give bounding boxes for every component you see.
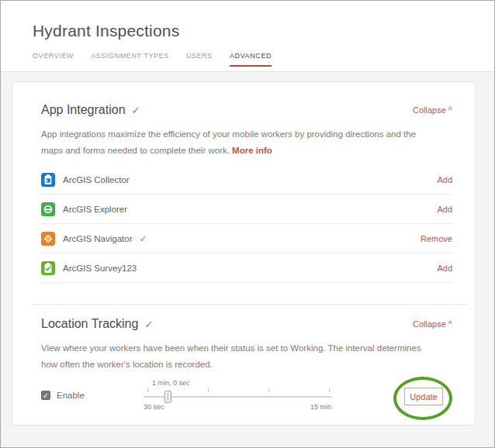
slider-max-label: 15 min bbox=[310, 403, 331, 411]
location-tracking-header: Location Tracking✓ Collapse ^ bbox=[41, 317, 452, 331]
collector-add-link[interactable]: Add bbox=[437, 175, 452, 184]
app-name: ArcGIS Collector bbox=[63, 175, 130, 184]
app-name: ArcGIS Survey123 bbox=[63, 264, 137, 273]
app-name: ArcGIS Navigator bbox=[63, 234, 132, 243]
app-integration-description: App integrations maximize the efficiency… bbox=[41, 126, 429, 159]
page-title: Hydrant Inspections bbox=[33, 22, 179, 40]
collector-app-icon bbox=[41, 173, 55, 187]
location-tracking-section: Location Tracking✓ Collapse ^ View where… bbox=[41, 317, 452, 425]
location-tracking-collapse-link[interactable]: Collapse ^ bbox=[413, 319, 452, 329]
tab-bar: OVERVIEW ASSIGNMENT TYPES USERS ADVANCED bbox=[33, 52, 272, 67]
slider-tick bbox=[268, 388, 269, 392]
app-row-collector: ArcGIS Collector Add bbox=[41, 165, 452, 195]
app-name: ArcGIS Explorer bbox=[63, 205, 127, 214]
slider-track[interactable] bbox=[144, 396, 331, 398]
app-row-explorer: ArcGIS Explorer Add bbox=[41, 195, 452, 224]
app-list: ArcGIS Collector Add ArcGIS Explorer Add bbox=[41, 165, 452, 283]
survey123-add-link[interactable]: Add bbox=[437, 264, 452, 273]
slider-value-label: 1 min, 0 sec bbox=[152, 379, 190, 387]
more-info-link[interactable]: More info bbox=[232, 146, 272, 155]
check-icon: ✓ bbox=[139, 233, 147, 244]
slider-min-label: 30 sec bbox=[144, 403, 164, 411]
slider-handle[interactable] bbox=[164, 391, 171, 403]
explorer-app-icon bbox=[41, 202, 55, 216]
advanced-settings-card: App Integration✓ Collapse ^ App integrat… bbox=[12, 81, 476, 426]
update-button[interactable]: Update bbox=[404, 388, 443, 405]
slider-tick bbox=[208, 388, 209, 392]
check-icon: ✓ bbox=[132, 105, 140, 116]
workforce-project-page: Hydrant Inspections OVERVIEW ASSIGNMENT … bbox=[0, 0, 495, 448]
explorer-add-link[interactable]: Add bbox=[437, 205, 452, 214]
tab-overview[interactable]: OVERVIEW bbox=[33, 52, 74, 67]
location-tracking-title: Location Tracking✓ bbox=[41, 317, 153, 331]
tab-users[interactable]: USERS bbox=[186, 52, 213, 67]
app-integration-collapse-link[interactable]: Collapse ^ bbox=[413, 105, 452, 115]
app-integration-title: App Integration✓ bbox=[41, 103, 140, 117]
app-row-navigator: ArcGIS Navigator ✓ Remove bbox=[41, 224, 452, 253]
tab-advanced[interactable]: ADVANCED bbox=[230, 52, 272, 67]
navigator-remove-link[interactable]: Remove bbox=[421, 234, 452, 243]
app-integration-header: App Integration✓ Collapse ^ bbox=[41, 103, 452, 117]
section-divider bbox=[32, 304, 467, 305]
slider-tick bbox=[329, 388, 330, 392]
location-tracking-description: View where your workers have been when t… bbox=[41, 340, 429, 373]
check-icon: ✓ bbox=[144, 319, 153, 330]
survey123-app-icon bbox=[41, 261, 55, 275]
enable-group: ✓ Enable bbox=[41, 391, 85, 400]
enable-label: Enable bbox=[57, 391, 85, 400]
interval-slider: 1 min, 0 sec 30 sec 15 min bbox=[144, 379, 331, 415]
navigator-app-icon bbox=[41, 232, 55, 246]
slider-tick bbox=[147, 388, 148, 392]
page-header: Hydrant Inspections OVERVIEW ASSIGNMENT … bbox=[1, 1, 494, 72]
location-tracking-controls: ✓ Enable 1 min, 0 sec 30 sec 15 min Upda… bbox=[41, 377, 452, 425]
update-button-area: Update bbox=[393, 377, 452, 420]
enable-checkbox[interactable]: ✓ bbox=[41, 391, 50, 400]
app-row-survey123: ArcGIS Survey123 Add bbox=[41, 253, 452, 283]
tab-assignment-types[interactable]: ASSIGNMENT TYPES bbox=[91, 52, 169, 67]
